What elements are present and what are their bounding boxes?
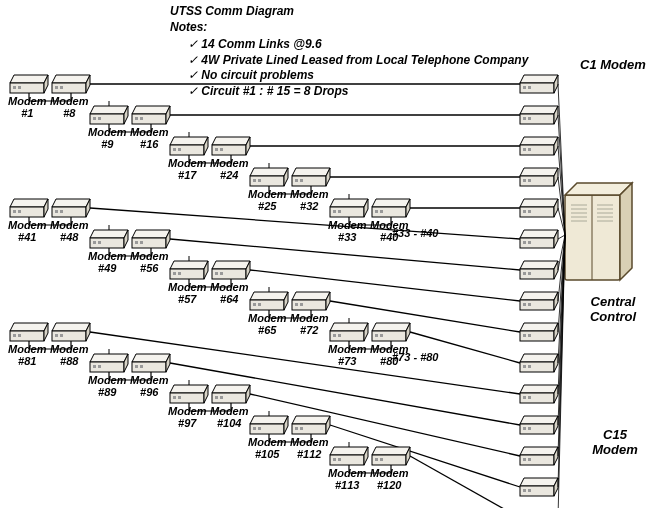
svg-marker-207 — [250, 292, 288, 300]
svg-rect-274 — [215, 396, 218, 399]
svg-line-205 — [250, 270, 520, 301]
svg-rect-180 — [93, 241, 96, 244]
svg-marker-5 — [520, 106, 558, 114]
svg-rect-245 — [55, 334, 58, 337]
svg-rect-8 — [523, 117, 526, 120]
svg-rect-305 — [380, 458, 383, 461]
svg-marker-55 — [520, 416, 558, 424]
modem-label: Modem #97 — [168, 405, 207, 429]
svg-marker-25 — [520, 230, 558, 238]
notes-list: 14 Comm Links @9.6 4W Private Lined Leas… — [170, 37, 528, 99]
svg-rect-241 — [18, 334, 21, 337]
c1-modem-label: C1 Modem — [580, 58, 646, 73]
svg-marker-212 — [292, 292, 330, 300]
svg-rect-284 — [253, 427, 256, 430]
svg-rect-34 — [528, 272, 531, 275]
svg-rect-289 — [295, 427, 298, 430]
svg-rect-122 — [178, 148, 181, 151]
svg-rect-142 — [300, 179, 303, 182]
modem-label: Modem #9 — [88, 126, 127, 150]
svg-rect-18 — [523, 179, 526, 182]
svg-rect-23 — [523, 210, 526, 213]
svg-marker-227 — [372, 323, 410, 331]
modem-label: Modem #96 — [130, 374, 169, 398]
svg-marker-50 — [520, 385, 558, 393]
svg-marker-45 — [520, 354, 558, 362]
svg-marker-138 — [292, 168, 330, 176]
svg-marker-286 — [292, 416, 330, 424]
svg-rect-43 — [523, 334, 526, 337]
svg-rect-29 — [528, 241, 531, 244]
svg-rect-13 — [523, 148, 526, 151]
svg-rect-24 — [528, 210, 531, 213]
svg-marker-177 — [90, 230, 128, 238]
modem-label: Modem #1 — [8, 95, 47, 119]
svg-rect-9 — [528, 117, 531, 120]
svg-marker-94 — [52, 75, 90, 83]
svg-rect-54 — [528, 396, 531, 399]
svg-rect-33 — [523, 272, 526, 275]
central-control-label: Central Control — [576, 295, 650, 325]
svg-marker-222 — [330, 323, 368, 331]
svg-rect-97 — [55, 86, 58, 89]
modem-label: Modem #8 — [50, 95, 89, 119]
svg-marker-133 — [250, 168, 288, 176]
svg-rect-216 — [300, 303, 303, 306]
modem-label: Modem #17 — [168, 157, 207, 181]
modem-label: Modem #88 — [50, 343, 89, 367]
svg-rect-275 — [220, 396, 223, 399]
svg-rect-69 — [528, 489, 531, 492]
svg-rect-14 — [528, 148, 531, 151]
svg-rect-186 — [140, 241, 143, 244]
svg-marker-281 — [250, 416, 288, 424]
modem-label: Modem #81 — [8, 343, 47, 367]
svg-marker-108 — [132, 106, 170, 114]
svg-rect-255 — [98, 365, 101, 368]
svg-rect-269 — [173, 396, 176, 399]
svg-marker-251 — [90, 354, 128, 362]
svg-rect-231 — [380, 334, 383, 337]
modem-label: Modem #32 — [290, 188, 329, 212]
svg-marker-256 — [132, 354, 170, 362]
modem-label: Modem #89 — [88, 374, 127, 398]
svg-rect-39 — [528, 303, 531, 306]
svg-rect-167 — [18, 210, 21, 213]
modem-label: #33 - #40 — [392, 227, 438, 239]
svg-rect-121 — [173, 148, 176, 151]
svg-rect-4 — [528, 86, 531, 89]
svg-rect-156 — [375, 210, 378, 213]
modem-label: Modem #120 — [370, 467, 409, 491]
svg-rect-126 — [215, 148, 218, 151]
svg-rect-195 — [173, 272, 176, 275]
modem-label: #73 - #80 — [392, 351, 438, 363]
svg-marker-118 — [170, 137, 208, 145]
svg-rect-106 — [93, 117, 96, 120]
svg-rect-93 — [18, 86, 21, 89]
svg-marker-271 — [212, 385, 250, 393]
svg-rect-48 — [523, 365, 526, 368]
svg-marker-30 — [520, 261, 558, 269]
svg-rect-299 — [333, 458, 336, 461]
svg-rect-53 — [523, 396, 526, 399]
svg-rect-171 — [55, 210, 58, 213]
svg-marker-123 — [212, 137, 250, 145]
svg-rect-211 — [258, 303, 261, 306]
c15-modem-label: C15 Modem — [580, 428, 650, 458]
svg-marker-266 — [170, 385, 208, 393]
svg-rect-200 — [215, 272, 218, 275]
modem-label: Modem #16 — [130, 126, 169, 150]
svg-marker-35 — [520, 292, 558, 300]
svg-rect-136 — [253, 179, 256, 182]
svg-rect-44 — [528, 334, 531, 337]
svg-marker-103 — [90, 106, 128, 114]
svg-marker-242 — [52, 323, 90, 331]
svg-rect-230 — [375, 334, 378, 337]
modem-label: Modem #57 — [168, 281, 207, 305]
svg-rect-107 — [98, 117, 101, 120]
note-item: 14 Comm Links @9.6 — [188, 37, 528, 53]
svg-rect-141 — [295, 179, 298, 182]
svg-rect-290 — [300, 427, 303, 430]
svg-rect-215 — [295, 303, 298, 306]
svg-marker-65 — [520, 478, 558, 486]
svg-rect-127 — [220, 148, 223, 151]
